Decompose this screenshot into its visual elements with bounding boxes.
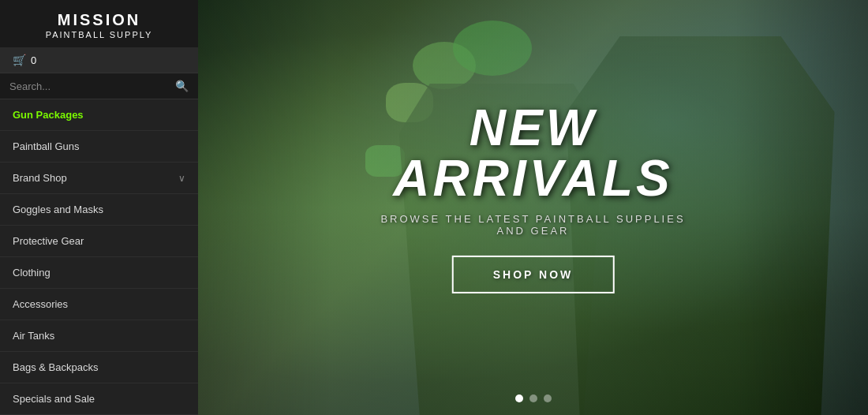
nav-item-label: Goggles and Masks <box>13 204 103 215</box>
hero-text: NEW ARRIVALS BROWSE THE LATEST PAINTBALL… <box>365 103 701 293</box>
sidebar-item-paintball-guns[interactable]: Paintball Guns <box>0 131 198 163</box>
nav-menu: Gun PackagesPaintball GunsBrand Shop∨Gog… <box>0 99 198 415</box>
sidebar-item-clothing[interactable]: Clothing <box>0 257 198 289</box>
sidebar-item-air-tanks[interactable]: Air Tanks <box>0 320 198 352</box>
nav-item-label: Brand Shop <box>13 172 67 184</box>
sidebar-item-protective-gear[interactable]: Protective Gear <box>0 226 198 257</box>
nav-item-label: Air Tanks <box>13 330 54 342</box>
cart-count: 0 <box>31 54 36 66</box>
sidebar-item-gun-packages[interactable]: Gun Packages <box>0 99 198 131</box>
sidebar-item-accessories[interactable]: Accessories <box>0 289 198 320</box>
nav-item-label: Bags & Backpacks <box>13 361 98 373</box>
sidebar-item-goggles-and-masks[interactable]: Goggles and Masks <box>0 194 198 226</box>
main-content: NEW ARRIVALS BROWSE THE LATEST PAINTBALL… <box>198 0 868 415</box>
hero-subheading: BROWSE THE LATEST PAINTBALL SUPPLIES AND… <box>365 213 701 237</box>
search-button[interactable]: 🔍 <box>175 80 189 92</box>
shop-now-button[interactable]: SHOP NOW <box>452 256 615 293</box>
nav-item-label: Clothing <box>13 267 51 279</box>
decorative-blob-3 <box>453 21 532 76</box>
nav-item-label: Specials and Sale <box>13 393 95 405</box>
logo-subtitle: PAINTBALL SUPPLY <box>13 30 185 39</box>
cart-icon: 🛒 <box>13 54 26 66</box>
sidebar-item-brand-shop[interactable]: Brand Shop∨ <box>0 163 198 194</box>
logo-title: MISSION <box>13 11 185 28</box>
nav-item-label: Paintball Guns <box>13 140 80 152</box>
chevron-down-icon: ∨ <box>178 173 185 184</box>
search-bar: 🔍 <box>0 73 198 99</box>
sidebar: MISSION PAINTBALL SUPPLY 🛒 0 🔍 Gun Packa… <box>0 0 198 415</box>
carousel-dots <box>515 394 552 402</box>
nav-item-label: Gun Packages <box>13 109 84 121</box>
carousel-dot-2[interactable] <box>544 394 552 402</box>
sidebar-item-specials-and-sale[interactable]: Specials and Sale <box>0 383 198 415</box>
nav-item-label: Protective Gear <box>13 235 84 247</box>
nav-item-label: Accessories <box>13 298 68 310</box>
hero-heading: NEW ARRIVALS <box>365 103 701 204</box>
sidebar-item-bags-&-backpacks[interactable]: Bags & Backpacks <box>0 352 198 383</box>
cart-bar[interactable]: 🛒 0 <box>0 47 198 73</box>
hero-banner: NEW ARRIVALS BROWSE THE LATEST PAINTBALL… <box>198 0 868 415</box>
carousel-dot-0[interactable] <box>515 394 523 402</box>
decorative-blob-1 <box>413 42 476 89</box>
carousel-dot-1[interactable] <box>529 394 537 402</box>
logo-area: MISSION PAINTBALL SUPPLY <box>0 0 198 47</box>
search-input[interactable] <box>9 80 175 92</box>
